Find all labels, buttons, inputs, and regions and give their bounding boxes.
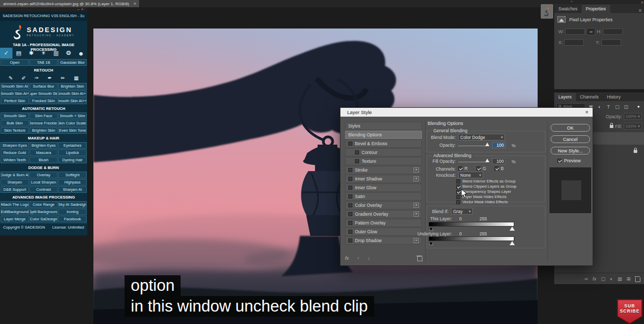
lock-icon[interactable]: [610, 125, 613, 128]
channel-b[interactable]: B: [495, 166, 504, 171]
underlying-white-thumb[interactable]: [510, 241, 515, 245]
group-layers-icon[interactable]: ▥: [618, 276, 622, 281]
tab1b-button[interactable]: TAB 1B: [30, 59, 58, 66]
tab-document-icon[interactable]: ▤: [12, 48, 25, 59]
sd-button[interactable]: Attach The Logo: [1, 201, 29, 208]
tab-layers[interactable]: Layers: [554, 93, 576, 101]
tab-gear-icon[interactable]: ✱: [25, 48, 37, 59]
sd-button[interactable]: Super Smooth Skin: [30, 90, 58, 97]
sd-button[interactable]: Eyelashes: [58, 142, 87, 149]
preview-toggle[interactable]: Preview: [557, 158, 581, 163]
sd-button[interactable]: Sharpen: [1, 179, 29, 186]
sd-button[interactable]: Perfect Skin: [1, 97, 29, 104]
sd-button[interactable]: Sharpen Eyes: [1, 142, 29, 149]
checkbox[interactable]: [456, 185, 460, 189]
channel-r[interactable]: R: [458, 166, 468, 171]
sd-button[interactable]: Highpass: [58, 179, 87, 186]
sd-button[interactable]: Ironing: [58, 208, 87, 215]
sd-button[interactable]: Reduce Gold: [1, 149, 29, 156]
tab-history[interactable]: History: [602, 93, 624, 101]
sadesign-dock-icon[interactable]: [541, 4, 553, 19]
checkbox[interactable]: [456, 190, 460, 194]
checkbox[interactable]: [456, 195, 460, 199]
blend-mode-select[interactable]: Color Dodge ▾: [458, 134, 505, 140]
sd-button[interactable]: Brighten Skin: [58, 83, 87, 90]
drop-shadow-item[interactable]: Drop Shadow+: [345, 236, 422, 245]
checkbox[interactable]: [495, 166, 499, 171]
styles-list-item[interactable]: Styles: [345, 122, 422, 130]
link-layers-icon[interactable]: ∞: [585, 276, 588, 281]
cancel-button[interactable]: Cancel: [551, 135, 590, 143]
gaussian-blur-button[interactable]: Gaussian Blur: [58, 59, 87, 66]
filter-adjustment-icon[interactable]: ◐: [596, 104, 603, 109]
sd-button[interactable]: Color Range: [30, 201, 58, 208]
document-tab[interactable]: ahmed-zayan-aiRZH8u9lx4-unsplash.jpg @ 3…: [0, 0, 139, 7]
underlying-gradient-slider[interactable]: [429, 236, 514, 241]
checkbox[interactable]: [476, 166, 481, 171]
x-input[interactable]: [564, 39, 584, 46]
sd-button[interactable]: Smooth Skin AI+++: [58, 97, 87, 104]
sd-button[interactable]: Even Skin Tone: [58, 127, 87, 134]
width-input[interactable]: [565, 29, 585, 35]
sd-button[interactable]: Smooth + Slim: [58, 112, 87, 119]
sd-button[interactable]: Smooth Skin AI++: [58, 90, 87, 97]
checkbox[interactable]: [355, 150, 359, 154]
pen-icon[interactable]: ✐: [22, 75, 26, 81]
checkbox[interactable]: [355, 159, 359, 163]
sd-button[interactable]: Split Background: [30, 208, 58, 215]
patch-icon[interactable]: ✒: [48, 75, 52, 81]
sd-button[interactable]: Slim Face: [30, 112, 58, 119]
stamp-icon[interactable]: ✑: [35, 75, 39, 81]
close-icon[interactable]: ×: [81, 7, 85, 11]
sd-button[interactable]: Brighten Eyes: [30, 142, 58, 149]
preview-checkbox[interactable]: [557, 159, 561, 163]
sd-button[interactable]: Surface Blur: [30, 83, 58, 90]
inner-glow-item[interactable]: Inner Glow: [345, 184, 422, 192]
move-up-icon[interactable]: ↑: [357, 256, 360, 261]
checkbox[interactable]: [456, 179, 460, 184]
channel-g[interactable]: G: [476, 166, 486, 171]
opacity-value[interactable]: 100: [492, 142, 505, 148]
sd-button[interactable]: Skin Color Scales: [58, 120, 87, 126]
contour-item[interactable]: Contour: [345, 148, 422, 157]
tab-check-icon[interactable]: ✓: [0, 48, 12, 59]
link-dimensions-icon[interactable]: ∞: [586, 28, 595, 35]
opacity-value[interactable]: 100%▾: [624, 113, 642, 120]
this-layer-white-thumb[interactable]: [510, 227, 515, 231]
filter-toggle-icon[interactable]: ●: [635, 104, 642, 109]
checkbox[interactable]: [348, 203, 352, 207]
sd-button[interactable]: Brighten Skin: [30, 127, 58, 134]
sd-button[interactable]: Sky AI Sadesign: [58, 201, 87, 208]
blend-interior-check[interactable]: Blend Interior Effects as Group: [456, 179, 515, 184]
add-instance-icon[interactable]: +: [414, 203, 419, 208]
checkbox[interactable]: [456, 200, 460, 204]
checkbox[interactable]: [348, 186, 352, 190]
sd-button[interactable]: Dyeing Hair: [58, 157, 87, 163]
blend-if-select[interactable]: Gray ▾: [451, 208, 473, 215]
satin-item[interactable]: Satin: [345, 192, 422, 201]
sd-button[interactable]: Overlay: [30, 172, 58, 178]
menu-icon[interactable]: ≡: [82, 13, 85, 19]
tab-brightness-icon[interactable]: ☀: [37, 48, 50, 59]
sd-button[interactable]: Smooth Skin: [1, 112, 29, 119]
tab-properties[interactable]: Properties: [582, 5, 610, 13]
checkbox[interactable]: [348, 194, 352, 199]
sd-button[interactable]: Blush: [30, 157, 58, 163]
height-input[interactable]: [603, 29, 623, 35]
fill-value[interactable]: 100%▾: [624, 123, 642, 130]
sd-button[interactable]: Smooth Skin AI+: [1, 90, 29, 97]
filter-type-icon[interactable]: T: [605, 104, 612, 109]
new-layer-icon[interactable]: ⊞: [626, 276, 631, 281]
fx-icon[interactable]: fx: [345, 256, 349, 261]
add-instance-icon[interactable]: +: [414, 238, 419, 243]
blend-clipped-check[interactable]: Blend Clipped Layers as Group: [456, 184, 516, 189]
sd-button[interactable]: Lipstick: [58, 149, 87, 156]
checkbox[interactable]: [348, 177, 352, 181]
delete-layer-icon[interactable]: [635, 276, 640, 281]
sd-button[interactable]: Contrast: [30, 186, 58, 193]
sd-button[interactable]: Whiten Teeth: [1, 157, 29, 163]
ok-button[interactable]: OK: [551, 124, 590, 132]
grid-icon[interactable]: ▦: [74, 75, 78, 81]
opacity-slider-thumb[interactable]: [485, 143, 489, 146]
tab-person-icon[interactable]: ☻: [75, 48, 87, 59]
